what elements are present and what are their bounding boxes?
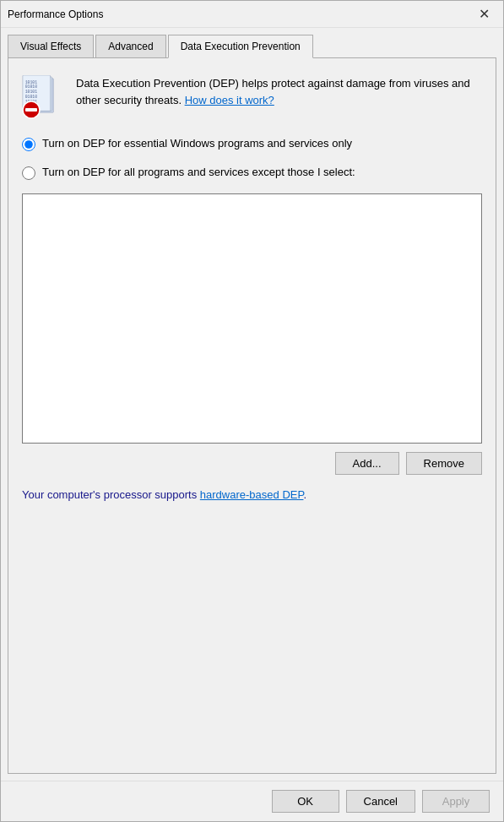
ok-button[interactable]: OK [272,790,339,813]
svg-text:10101: 10101 [25,90,38,94]
svg-rect-9 [25,108,37,112]
dep-radio-group: Turn on DEP for essential Windows progra… [22,136,482,180]
dep-description: Data Execution Prevention (DEP) helps pr… [76,75,482,108]
radio-essential-label[interactable]: Turn on DEP for essential Windows progra… [42,136,352,151]
radio-essential[interactable] [22,138,35,151]
add-button[interactable]: Add... [335,452,399,475]
radio-all-label[interactable]: Turn on DEP for all programs and service… [42,165,355,180]
tab-dep[interactable]: Data Execution Prevention [168,35,313,58]
tab-content-dep: 10101 01010 10101 01010 10101 Data Execu… [8,57,496,774]
no-entry-icon [22,101,41,119]
tab-bar: Visual Effects Advanced Data Execution P… [1,28,503,57]
tab-advanced[interactable]: Advanced [95,35,165,57]
svg-text:01010: 01010 [25,95,38,99]
svg-text:01010: 01010 [25,84,38,89]
window-title: Performance Options [8,8,464,20]
dep-how-link[interactable]: How does it work? [185,94,274,106]
svg-text:10101: 10101 [25,80,38,84]
close-button[interactable]: ✕ [464,1,503,28]
close-icon: ✕ [479,6,490,22]
dep-header: 10101 01010 10101 01010 10101 Data Execu… [22,75,482,119]
radio-item-essential: Turn on DEP for essential Windows progra… [22,136,482,151]
apply-button[interactable]: Apply [422,790,490,813]
cancel-button[interactable]: Cancel [346,790,415,813]
title-bar: Performance Options ✕ [1,1,503,28]
hardware-dep-link[interactable]: hardware-based DEP [200,488,304,501]
performance-options-window: Performance Options ✕ Visual Effects Adv… [0,0,504,822]
tab-visual-effects[interactable]: Visual Effects [8,35,94,57]
footer: OK Cancel Apply [1,781,503,821]
hardware-notice: Your computer's processor supports hardw… [22,488,482,501]
remove-button[interactable]: Remove [406,452,482,475]
dep-icon: 10101 01010 10101 01010 10101 [22,75,66,119]
radio-all[interactable] [22,166,35,180]
programs-list [22,193,482,444]
radio-item-all: Turn on DEP for all programs and service… [22,165,482,180]
list-buttons: Add... Remove [22,452,482,475]
